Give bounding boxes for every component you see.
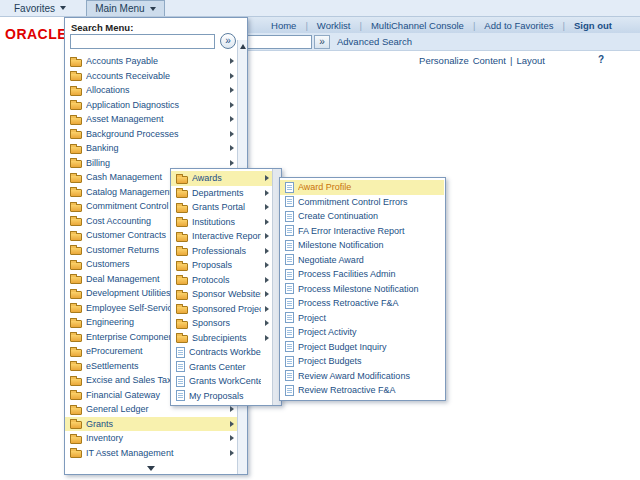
menu-item-label: Commitment Control Errors bbox=[298, 197, 433, 207]
nav-divider: | bbox=[359, 20, 361, 31]
menu-item[interactable]: Sponsor Websites bbox=[171, 287, 272, 302]
document-icon bbox=[285, 211, 294, 222]
menu-item-label: Contracts Workbench bbox=[189, 347, 261, 357]
document-icon bbox=[285, 240, 294, 251]
menu-item[interactable]: Review Retroactive F&A bbox=[280, 383, 444, 398]
submenu-arrow-icon bbox=[265, 248, 269, 254]
scroll-up-icon[interactable] bbox=[240, 44, 246, 49]
document-icon bbox=[285, 196, 294, 207]
grants-submenu: Awards Departments Grants Portal Institu… bbox=[170, 168, 282, 406]
menu-item[interactable]: Commitment Control Errors bbox=[280, 195, 444, 210]
folder-icon bbox=[176, 190, 188, 198]
menu-item-label: Protocols bbox=[192, 275, 261, 285]
scroll-down-icon bbox=[147, 466, 155, 471]
submenu-arrow-icon bbox=[230, 116, 234, 122]
menu-item[interactable]: Process Retroactive F&A bbox=[280, 296, 444, 311]
menu-item[interactable]: My Proposals bbox=[171, 389, 272, 404]
folder-icon bbox=[70, 117, 82, 125]
folder-icon bbox=[176, 234, 188, 242]
nav-add-to-favorites-link[interactable]: Add to Favorites bbox=[484, 20, 553, 31]
menu-item-label: Awards bbox=[192, 173, 261, 183]
menu-item[interactable]: Grants WorkCenter bbox=[171, 374, 272, 389]
sign-out-link[interactable]: Sign out bbox=[574, 20, 612, 31]
menu-item-label: Institutions bbox=[192, 217, 261, 227]
menu-item-label: Sponsored Projects Offi bbox=[192, 304, 261, 314]
awards-submenu: Award Profile Commitment Control Errors … bbox=[279, 177, 446, 401]
submenu-arrow-icon bbox=[265, 175, 269, 181]
menu-item[interactable]: Allocations bbox=[65, 83, 237, 98]
menu-item-label: Project Budget Inquiry bbox=[298, 342, 433, 352]
menu-scroll-down[interactable] bbox=[65, 466, 237, 471]
menu-item[interactable]: Negotiate Award bbox=[280, 253, 444, 268]
document-icon bbox=[176, 347, 185, 358]
submenu-arrow-icon bbox=[265, 291, 269, 297]
menu-item[interactable]: Background Processes bbox=[65, 127, 237, 142]
advanced-search-link[interactable]: Advanced Search bbox=[337, 36, 412, 47]
personalize-layout-link[interactable]: Layout bbox=[516, 55, 545, 66]
menu-item[interactable]: Project Budget Inquiry bbox=[280, 340, 444, 355]
submenu-arrow-icon bbox=[230, 73, 234, 79]
menu-item[interactable]: Application Diagnostics bbox=[65, 98, 237, 113]
nav-worklist-link[interactable]: Worklist bbox=[317, 20, 351, 31]
search-menu-label: Search Menu: bbox=[71, 22, 133, 33]
menu-item[interactable]: Professionals bbox=[171, 244, 272, 259]
folder-icon bbox=[176, 219, 188, 227]
main-menu-button[interactable]: Main Menu bbox=[86, 0, 164, 16]
menu-item[interactable]: Review Award Modifications bbox=[280, 369, 444, 384]
menu-item[interactable]: FA Error Interactive Report bbox=[280, 224, 444, 239]
personalize-content-link[interactable]: Content bbox=[473, 55, 506, 66]
menu-item[interactable]: Process Milestone Notification bbox=[280, 282, 444, 297]
menu-item[interactable]: Proposals bbox=[171, 258, 272, 273]
menu-item[interactable]: IT Asset Management bbox=[65, 446, 237, 461]
menu-item[interactable]: Awards bbox=[171, 171, 272, 186]
folder-icon bbox=[176, 176, 188, 184]
menu-item[interactable]: Interactive Reports bbox=[171, 229, 272, 244]
menu-item[interactable]: Project bbox=[280, 311, 444, 326]
menu-item-label: Grants Portal bbox=[192, 202, 261, 212]
folder-icon bbox=[176, 277, 188, 285]
menu-search-input[interactable] bbox=[70, 34, 215, 49]
document-icon bbox=[285, 370, 294, 381]
submenu-arrow-icon bbox=[265, 277, 269, 283]
folder-icon bbox=[176, 292, 188, 300]
menu-item-label: Sponsors bbox=[192, 318, 261, 328]
folder-icon bbox=[70, 378, 82, 386]
submenu-arrow-icon bbox=[230, 58, 234, 64]
folder-icon bbox=[176, 321, 188, 329]
menu-item[interactable]: Milestone Notification bbox=[280, 238, 444, 253]
submenu-arrow-icon bbox=[230, 406, 234, 412]
portal-search-go-button[interactable]: » bbox=[314, 35, 330, 49]
help-icon[interactable]: ? bbox=[598, 54, 604, 65]
menu-item[interactable]: Asset Management bbox=[65, 112, 237, 127]
menu-item[interactable]: Sponsored Projects Offi bbox=[171, 302, 272, 317]
menu-item[interactable]: Grants Portal bbox=[171, 200, 272, 215]
favorites-menu-button[interactable]: Favorites bbox=[6, 0, 74, 16]
menu-item[interactable]: Award Profile bbox=[280, 180, 444, 195]
menu-item[interactable]: Create Continuation bbox=[280, 209, 444, 224]
menu-item[interactable]: Subrecipients bbox=[171, 331, 272, 346]
menu-item[interactable]: Banking bbox=[65, 141, 237, 156]
menu-item[interactable]: Process Facilities Admin bbox=[280, 267, 444, 282]
menu-item[interactable]: Accounts Receivable bbox=[65, 69, 237, 84]
nav-divider: | bbox=[305, 20, 307, 31]
menu-item[interactable]: Protocols bbox=[171, 273, 272, 288]
menu-item[interactable]: Contracts Workbench bbox=[171, 345, 272, 360]
menu-item[interactable]: Departments bbox=[171, 186, 272, 201]
folder-icon bbox=[70, 349, 82, 357]
menu-item[interactable]: Sponsors bbox=[171, 316, 272, 331]
menu-item[interactable]: Inventory bbox=[65, 431, 237, 446]
menu-item-label: My Proposals bbox=[189, 391, 261, 401]
menu-item[interactable]: Grants Center bbox=[171, 360, 272, 375]
menu-item-label: Accounts Receivable bbox=[86, 71, 226, 81]
nav-home-link[interactable]: Home bbox=[271, 20, 296, 31]
menu-item-label: Billing bbox=[86, 158, 226, 168]
menu-search-go-button[interactable]: » bbox=[220, 33, 236, 49]
nav-multichannel-console-link[interactable]: MultiChannel Console bbox=[371, 20, 464, 31]
menu-item[interactable]: Accounts Payable bbox=[65, 54, 237, 69]
menu-item[interactable]: Institutions bbox=[171, 215, 272, 230]
menu-item[interactable]: Project Activity bbox=[280, 325, 444, 340]
logo-area: ORACLE bbox=[0, 17, 64, 51]
menu-item[interactable]: Grants bbox=[65, 417, 237, 432]
document-icon bbox=[285, 341, 294, 352]
menu-item[interactable]: Project Budgets bbox=[280, 354, 444, 369]
